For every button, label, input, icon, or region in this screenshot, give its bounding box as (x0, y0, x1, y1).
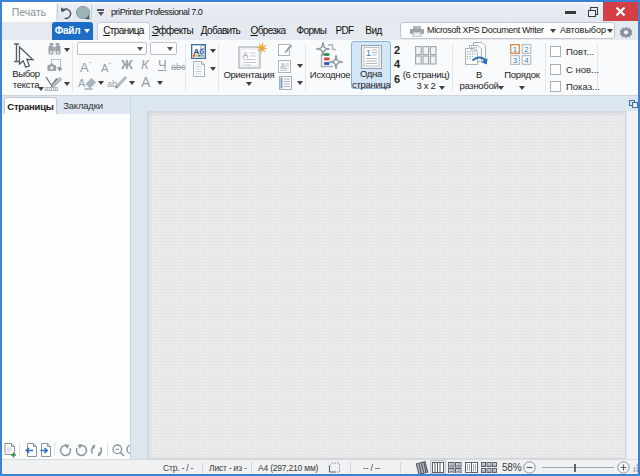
svg-text:2: 2 (524, 45, 529, 54)
svg-text:Аб: Аб (194, 47, 205, 56)
svg-text:1: 1 (366, 48, 371, 58)
svg-text:4: 4 (524, 56, 529, 65)
svg-text:A: A (281, 62, 286, 69)
svg-text:1: 1 (513, 45, 518, 54)
svg-text:A: A (243, 50, 249, 60)
svg-text:3: 3 (513, 56, 518, 65)
